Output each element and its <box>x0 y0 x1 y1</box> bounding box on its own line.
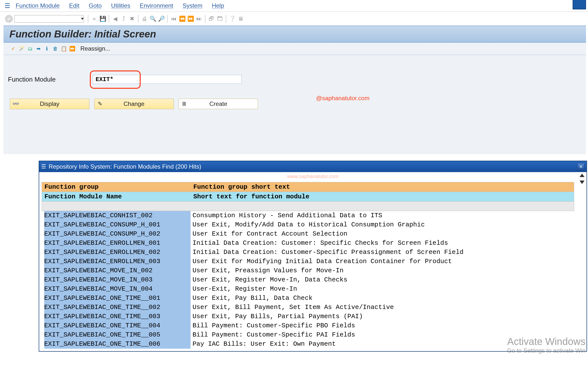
create-label: Create <box>179 100 258 107</box>
change-label: Change <box>95 100 173 107</box>
module-name-cell: EXIT_SAPLEWEBIAC_ENROLLMEN_003 <box>44 257 191 266</box>
module-desc-cell: User Exit for Modifying Initial Data Cre… <box>191 257 572 266</box>
module-name-cell: EXIT_SAPLEWEBIAC_ONE_TIME__003 <box>44 312 191 321</box>
reassign-button[interactable]: Reassign... <box>80 45 110 52</box>
find-icon[interactable]: 🔍 <box>149 15 156 22</box>
function-module-row: Function Module <box>6 75 584 84</box>
scroll-up-icon[interactable] <box>580 174 585 177</box>
module-name-cell: EXIT_SAPLEWEBIAC_ONE_TIME__005 <box>44 330 191 339</box>
module-desc-cell: User Exit, Pay Bills, Partial Payments (… <box>191 312 572 321</box>
popup-menu-icon[interactable]: ☰ <box>41 163 46 170</box>
delete-icon[interactable]: 🗑 <box>52 45 59 52</box>
result-row[interactable]: EXIT_SAPLEWEBIAC_ONE_TIME__003User Exit,… <box>42 312 574 321</box>
next-page-icon[interactable]: ⏩ <box>187 15 194 22</box>
separator <box>138 15 138 23</box>
activate-windows-subtext: Go to Settings to activate Win <box>507 347 586 354</box>
copy-icon[interactable]: 📋 <box>61 45 67 52</box>
popup-window: ☰ Repository Info System: Function Modul… <box>39 161 587 352</box>
find-next-icon[interactable]: 🔎 <box>158 15 165 22</box>
display-label: Display <box>10 100 89 107</box>
result-row[interactable]: EXIT_SAPLEWEBIAC_MOVE_IN_002 User Exit, … <box>42 266 574 275</box>
action-buttons: 👓 Display ✎ Change 🗎 Create <box>6 99 584 109</box>
sap-menu-icon[interactable]: ☰ <box>4 2 10 10</box>
result-row[interactable]: EXIT_SAPLEWEBIAC_CONSUMP_H_002User Exit … <box>42 229 574 239</box>
module-desc-cell: Initial Data Creation: Customer-Specific… <box>191 248 572 257</box>
result-row[interactable]: EXIT_SAPLEWEBIAC_CONSUMP_H_001User Exit,… <box>42 220 574 229</box>
exit-icon[interactable]: ⤴ <box>120 15 127 22</box>
menu-environment[interactable]: Environment <box>140 2 173 9</box>
module-desc-cell: User Exit, Preassign Values for Move-In <box>191 266 572 275</box>
display-button[interactable]: 👓 Display <box>10 99 89 109</box>
module-desc-cell: User Exit, Register Move-In, Data Checks <box>191 275 572 284</box>
scroll-down-icon[interactable] <box>580 181 585 184</box>
window-button[interactable] <box>573 0 586 9</box>
result-row[interactable]: EXIT_SAPLEWEBIAC_ONE_TIME__006Pay IAC Bi… <box>42 339 574 349</box>
result-row[interactable]: EXIT_SAPLEWEBIAC_ENROLLMEN_002Initial Da… <box>42 248 574 257</box>
app-toolbar: ✓ 🪄 🗂 ➡ ℹ 🗑 📋 ⏩ Reassign... <box>3 43 586 55</box>
popup-title-bar: ☰ Repository Info System: Function Modul… <box>39 161 587 172</box>
result-row[interactable]: EXIT_SAPLEWEBIAC_ONE_TIME__005Bill Payme… <box>42 330 574 339</box>
save-icon[interactable]: 💾 <box>99 15 106 22</box>
result-row[interactable]: EXIT_SAPLEWEBIAC_ONE_TIME__002User Exit,… <box>42 303 574 312</box>
result-row[interactable]: EXIT_SAPLEWEBIAC_CONHIST_002 Consumption… <box>42 211 574 220</box>
result-row[interactable]: EXIT_SAPLEWEBIAC_ONE_TIME__004Bill Payme… <box>42 321 574 330</box>
info-icon[interactable]: ℹ <box>44 45 50 52</box>
change-button[interactable]: ✎ Change <box>94 99 174 109</box>
separator <box>109 15 109 23</box>
prev-page-icon[interactable]: ⏪ <box>179 15 186 22</box>
create-button[interactable]: 🗎 Create <box>179 99 258 109</box>
header-module-name: Function Module Name <box>44 193 193 200</box>
activate-windows-text: Activate Windows <box>507 336 586 347</box>
where-used-icon[interactable]: 🗂 <box>27 45 33 52</box>
gui-settings-icon[interactable]: 🖥 <box>237 15 244 22</box>
module-name-cell: EXIT_SAPLEWEBIAC_ONE_TIME__004 <box>44 321 191 330</box>
windows-activation-overlay: Activate Windows Go to Settings to activ… <box>507 336 586 354</box>
module-name-cell: EXIT_SAPLEWEBIAC_ENROLLMEN_002 <box>44 248 191 257</box>
menu-edit[interactable]: Edit <box>69 2 79 9</box>
command-field[interactable] <box>14 15 84 23</box>
menu-goto[interactable]: Goto <box>89 2 102 9</box>
module-desc-cell: User-Exit, Register Move-In <box>191 284 572 294</box>
separator <box>88 15 88 23</box>
result-row[interactable]: EXIT_SAPLEWEBIAC_ONE_TIME__001User Exit,… <box>42 294 574 303</box>
cancel-icon[interactable]: ✖ <box>129 15 135 22</box>
layout-icon[interactable]: 🗔 <box>216 15 223 22</box>
back-button-icon[interactable]: ◀ <box>112 15 119 22</box>
enter-icon[interactable]: ✔ <box>5 15 13 23</box>
result-row[interactable]: EXIT_SAPLEWEBIAC_ENROLLMEN_003User Exit … <box>42 257 574 266</box>
close-icon[interactable]: ✕ <box>577 163 585 170</box>
last-page-icon[interactable]: ⏭ <box>196 15 202 22</box>
print-icon[interactable]: 🖨 <box>141 15 148 22</box>
module-name-cell: EXIT_SAPLEWEBIAC_CONSUMP_H_001 <box>44 220 191 229</box>
separator <box>205 15 205 23</box>
result-row[interactable]: EXIT_SAPLEWEBIAC_ENROLLMEN_001Initial Da… <box>42 239 574 248</box>
module-desc-cell: User Exit, Modify/Add Data to Historical… <box>191 220 572 229</box>
command-dropdown-icon[interactable] <box>81 18 84 20</box>
result-row[interactable]: EXIT_SAPLEWEBIAC_MOVE_IN_004 User-Exit, … <box>42 284 574 294</box>
module-desc-cell: User Exit, Bill Payment, Set Item As Act… <box>191 303 572 312</box>
module-desc-cell: Consumption History - Send Additional Da… <box>191 211 572 220</box>
module-name-cell: EXIT_SAPLEWEBIAC_ONE_TIME__001 <box>44 294 191 303</box>
menu-system[interactable]: System <box>183 2 202 9</box>
help-icon[interactable]: ❔ <box>229 15 236 22</box>
function-module-input[interactable] <box>93 75 242 84</box>
result-row[interactable]: EXIT_SAPLEWEBIAC_MOVE_IN_003 User Exit, … <box>42 275 574 284</box>
back-icon[interactable]: « <box>91 15 98 22</box>
check-icon[interactable]: ✓ <box>10 45 16 52</box>
menu-help[interactable]: Help <box>212 2 224 9</box>
popup-body: www.saphanatutor.com Function group Func… <box>39 172 587 351</box>
module-desc-cell: User Exit for Contract Account Selection <box>191 229 572 239</box>
page-title: Function Builder: Initial Screen <box>9 29 580 40</box>
first-page-icon[interactable]: ⏮ <box>170 15 177 22</box>
module-name-cell: EXIT_SAPLEWEBIAC_MOVE_IN_004 <box>44 284 191 294</box>
module-name-cell: EXIT_SAPLEWEBIAC_MOVE_IN_003 <box>44 275 191 284</box>
module-name-cell: EXIT_SAPLEWEBIAC_ENROLLMEN_001 <box>44 239 191 248</box>
header-group-row: Function group Function group short text <box>42 182 574 192</box>
activate-icon[interactable]: 🪄 <box>18 45 25 52</box>
rename-icon[interactable]: ⏩ <box>69 45 75 52</box>
separator <box>167 15 168 23</box>
menu-function-module[interactable]: Function Module <box>16 2 60 9</box>
menu-utilities[interactable]: Utilities <box>111 2 130 9</box>
object-nav-icon[interactable]: ➡ <box>35 45 42 52</box>
new-session-icon[interactable]: 🗗 <box>208 15 215 22</box>
